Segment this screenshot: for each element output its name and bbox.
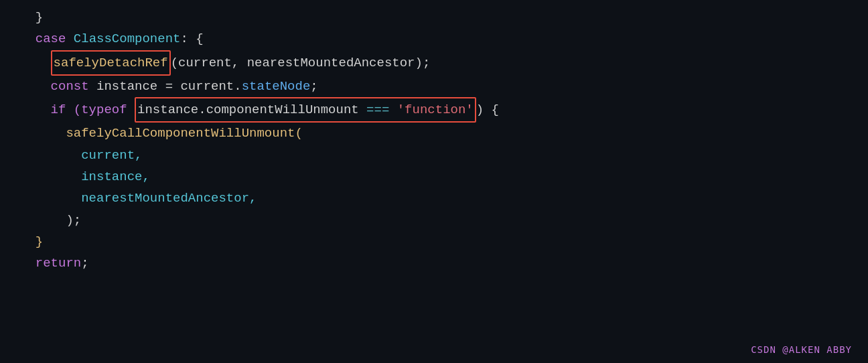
code-dot-method: .componentWillUnmount [198, 102, 366, 117]
code-punctuation: : { [180, 28, 203, 50]
code-keyword-if: if (typeof [20, 99, 135, 121]
code-indent [20, 52, 51, 74]
line-if-typeof: if (typeof instance.componentWillUnmount… [20, 97, 848, 123]
code-arg-nearest: nearestMountedAncestor, [20, 188, 257, 209]
code-arg-instance: instance, [20, 166, 150, 188]
code-args: (current, nearestMountedAncestor); [171, 52, 431, 74]
code-brace-close: } [20, 231, 43, 252]
code-triple-equals: === [366, 102, 389, 117]
code-state-node: stateNode [242, 76, 311, 97]
line-instance-arg: instance, [20, 166, 848, 188]
code-keyword-case: case [20, 28, 74, 50]
line-0: } [20, 7, 848, 28]
line-safely-call: safelyCallComponentWillUnmount( [20, 123, 848, 144]
code-keyword-return: return [20, 252, 81, 274]
code-content: } case ClassComponent: { safelyDetachRef… [0, 7, 868, 275]
code-function: safelyDetachRef [54, 56, 168, 70]
code-text: } [20, 7, 43, 28]
code-string-function: 'function' [389, 102, 473, 117]
code-close-paren: ); [20, 210, 81, 231]
line-current: current, [20, 145, 848, 166]
line-close-brace: } [20, 231, 848, 252]
line-case: case ClassComponent: { [20, 28, 848, 50]
code-class-name: ClassComponent [74, 28, 181, 50]
code-arg-current: current, [20, 145, 142, 166]
line-nearest: nearestMountedAncestor, [20, 188, 848, 209]
highlight-instance-check: instance.componentWillUnmount === 'funct… [135, 97, 476, 123]
code-editor: } case ClassComponent: { safelyDetachRef… [0, 0, 868, 363]
code-function-call: safelyCallComponentWillUnmount( [20, 123, 303, 144]
code-paren-close: ) { [476, 99, 499, 121]
code-var-instance: instance [96, 76, 165, 97]
line-close-paren: ); [20, 210, 848, 231]
code-instance-check: instance [137, 102, 198, 117]
line-const-instance: const instance = current.stateNode; [20, 76, 848, 97]
code-return-semicolon: ; [81, 252, 88, 274]
watermark: CSDN @ALKEN ABBY [751, 344, 852, 355]
line-return: return; [20, 252, 848, 274]
code-keyword-const: const [20, 76, 96, 97]
code-equals: = current. [165, 76, 242, 97]
highlight-safely-detach-ref: safelyDetachRef [51, 50, 171, 76]
line-safely-detach: safelyDetachRef(current, nearestMountedA… [20, 50, 848, 76]
code-semicolon: ; [310, 76, 317, 97]
